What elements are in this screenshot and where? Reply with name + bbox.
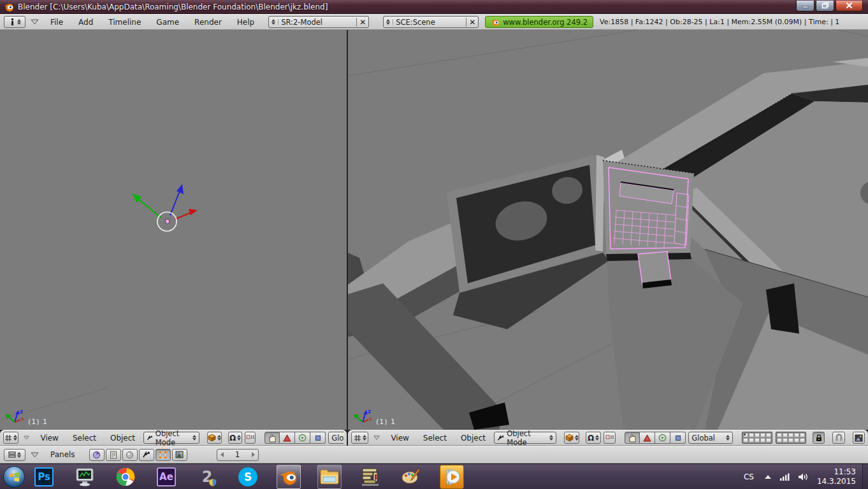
screen-selector[interactable]: SR:2-Model ✕ xyxy=(268,16,369,28)
editing-context-button[interactable] xyxy=(156,449,171,461)
menu-view[interactable]: View xyxy=(385,432,414,444)
layer-grid-1[interactable] xyxy=(742,432,772,444)
blender-version-link[interactable]: www.blender.org 249.2 xyxy=(485,16,593,28)
menu-add[interactable]: Add xyxy=(72,17,99,28)
taskbar-after-effects[interactable]: Ae xyxy=(154,465,178,489)
taskbar-photoshop[interactable]: Ps xyxy=(32,465,56,489)
scene-context-button[interactable] xyxy=(172,449,187,461)
object-context-button[interactable] xyxy=(139,449,154,461)
pivot-center-dots-button[interactable] xyxy=(604,432,616,444)
menu-select[interactable]: Select xyxy=(417,432,452,444)
volume-icon[interactable] xyxy=(798,472,809,481)
manipulator-translate-button[interactable] xyxy=(640,432,655,444)
manipulator-hand-button[interactable] xyxy=(264,432,280,444)
draw-type-button[interactable] xyxy=(207,432,222,444)
logic-context-button[interactable] xyxy=(89,449,105,461)
minimize-button[interactable] xyxy=(796,1,814,11)
header-collapse-icon[interactable] xyxy=(31,452,39,458)
viewport-type-stepper[interactable] xyxy=(363,435,366,441)
render-preview-button[interactable] xyxy=(853,432,865,444)
menu-help[interactable]: Help xyxy=(231,17,261,28)
frame-number-stepper[interactable]: 1 xyxy=(217,449,259,461)
taskbar-skype[interactable]: S xyxy=(236,465,260,489)
orientation-dropdown[interactable]: Global xyxy=(688,432,733,444)
taskbar-media-player[interactable] xyxy=(440,465,464,489)
axis-x-arrow[interactable] xyxy=(189,209,198,215)
manipulator-translate-button[interactable] xyxy=(280,432,295,444)
pivot-stepper[interactable] xyxy=(595,435,599,441)
taskbar-file-explorer[interactable] xyxy=(317,465,342,489)
shading-context-button[interactable] xyxy=(122,449,138,461)
taskbar-clock[interactable]: 11:53 14.3.2015 xyxy=(817,467,858,486)
tray-expand-icon[interactable] xyxy=(764,474,772,479)
header-collapse-icon[interactable] xyxy=(24,435,29,441)
language-indicator[interactable]: CS xyxy=(741,471,756,483)
show-desktop-button[interactable] xyxy=(862,464,868,489)
window-titlebar[interactable]: Blender [C:\Users\Kuba\AppData\Roaming\B… xyxy=(0,0,868,14)
lock-layers-button[interactable] xyxy=(813,432,825,444)
buttons-window-type-button[interactable] xyxy=(4,449,25,461)
script-context-button[interactable] xyxy=(106,449,121,461)
taskbar-system-monitor[interactable] xyxy=(73,465,97,489)
taskbar-blender[interactable] xyxy=(277,465,301,489)
panels-menu[interactable]: Panels xyxy=(44,449,82,460)
taskbar-chrome[interactable] xyxy=(113,465,138,489)
object-center-dot[interactable] xyxy=(165,219,170,224)
menu-object[interactable]: Object xyxy=(455,432,491,444)
3d-model-dashboard[interactable] xyxy=(348,30,868,430)
transform-manipulator[interactable] xyxy=(132,184,198,231)
menu-render[interactable]: Render xyxy=(188,17,228,28)
layer-grid-2[interactable] xyxy=(776,432,806,444)
manipulator-scale-button[interactable] xyxy=(670,432,686,444)
draw-type-stepper[interactable] xyxy=(217,435,221,441)
draw-type-button[interactable] xyxy=(564,432,579,444)
manipulator-hand-button[interactable] xyxy=(625,432,640,444)
screen-delete-icon[interactable]: ✕ xyxy=(356,18,366,27)
buttons-window-stepper[interactable] xyxy=(17,452,21,458)
draw-type-stepper[interactable] xyxy=(575,435,579,441)
restore-button[interactable] xyxy=(816,1,834,11)
viewport-right-canvas[interactable]: z x (1) 1 xyxy=(348,30,868,430)
start-button[interactable] xyxy=(1,464,27,489)
orientation-clipped[interactable]: Glo xyxy=(328,432,344,444)
orientation-stepper[interactable] xyxy=(726,435,730,441)
manipulator-rotate-button[interactable] xyxy=(655,432,670,444)
menu-file[interactable]: File xyxy=(44,17,69,28)
window-type-stepper[interactable] xyxy=(17,19,21,25)
menu-timeline[interactable]: Timeline xyxy=(102,17,147,28)
pivot-center-dots-button[interactable] xyxy=(245,432,256,444)
menu-game[interactable]: Game xyxy=(150,17,185,28)
header-collapse-icon[interactable] xyxy=(373,435,380,441)
pivot-button[interactable]: Ω xyxy=(228,432,242,444)
axis-z-arrow[interactable] xyxy=(177,184,184,194)
taskbar-construction-app[interactable] xyxy=(358,465,382,489)
close-button[interactable] xyxy=(835,1,863,11)
screen-selector-stepper[interactable] xyxy=(271,19,278,25)
mode-stepper[interactable] xyxy=(192,435,196,441)
mode-stepper[interactable] xyxy=(549,435,553,441)
viewport-type-stepper[interactable] xyxy=(13,435,17,441)
window-type-button[interactable] xyxy=(4,16,25,28)
taskbar-paint[interactable] xyxy=(399,465,423,489)
taskbar-game-2[interactable]: 2 xyxy=(195,465,219,489)
mode-dropdown[interactable]: Object Mode xyxy=(494,432,556,444)
scene-delete-icon[interactable]: ✕ xyxy=(466,18,475,27)
pivot-stepper[interactable] xyxy=(237,435,241,441)
viewport-left-canvas[interactable]: z x (1) 1 xyxy=(0,30,347,430)
scene-selector[interactable]: SCE:Scene ✕ xyxy=(383,16,479,28)
header-collapse-icon[interactable] xyxy=(31,19,39,25)
frame-next-icon[interactable] xyxy=(252,452,255,457)
mode-dropdown[interactable]: Object Mode xyxy=(143,432,199,444)
menu-object[interactable]: Object xyxy=(105,432,141,444)
menu-view[interactable]: View xyxy=(34,432,64,444)
viewport-type-button[interactable] xyxy=(351,432,368,444)
viewport-type-button[interactable] xyxy=(3,432,18,444)
network-signal-icon[interactable] xyxy=(779,472,790,481)
pivot-button[interactable]: Ω xyxy=(586,432,601,444)
scene-selector-stepper[interactable] xyxy=(386,19,393,25)
manipulator-scale-button[interactable] xyxy=(310,432,326,444)
snap-button[interactable] xyxy=(832,432,844,444)
manipulator-rotate-button[interactable] xyxy=(295,432,310,444)
menu-select[interactable]: Select xyxy=(67,432,102,444)
viewport-left-scene[interactable] xyxy=(0,30,347,430)
